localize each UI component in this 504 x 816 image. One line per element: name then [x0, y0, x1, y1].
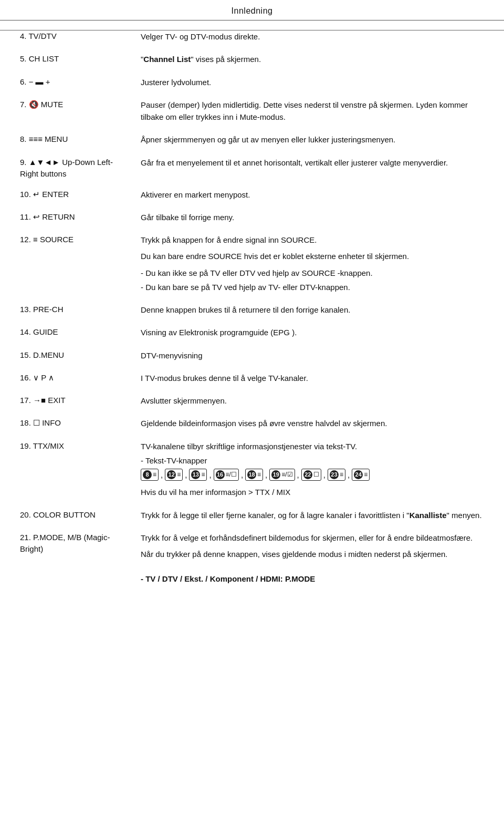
item-right-7: Pauser (demper) lyden midlertidig. Dette…	[141, 99, 484, 126]
item-left-21: 21. P.MODE, M/B (Magic-Bright)	[20, 532, 141, 555]
page-header: Innledning	[0, 0, 504, 20]
item-row-20: 20. COLOR BUTTON Trykk for å legge til e…	[20, 509, 484, 523]
item-right-5: "Channel List" vises på skjermen.	[141, 53, 484, 67]
item-row-17: 17. →■ EXIT Avslutter skjermmenyen.	[20, 395, 484, 409]
item-row-16: 16. ∨ P ∧ I TV-modus brukes denne til å …	[20, 372, 484, 386]
item-right-11: Går tilbake til forrige meny.	[141, 211, 484, 225]
item-row-13: 13. PRE-CH Denne knappen brukes til å re…	[20, 304, 484, 318]
tekst-badge-19: 19 ≡/☑	[269, 469, 295, 481]
final-text: - TV / DTV / Ekst. / Komponent / HDMI: P…	[141, 573, 484, 585]
item-left-4: 4. TV/DTV	[20, 30, 141, 43]
tekst-badge-18: 18 ≡	[245, 469, 263, 481]
item-left-14: 14. GUIDE	[20, 326, 141, 338]
item-right-16: I TV-modus brukes denne til å velge TV-k…	[141, 372, 484, 386]
item-row-12: 12. ≡ SOURCE Trykk på knappen for å endr…	[20, 234, 484, 295]
item-right-6: Justerer lydvolumet.	[141, 76, 484, 90]
tekst-badge-22: 22 ☐	[301, 469, 321, 481]
item-row-7: 7. 🔇 MUTE Pauser (demper) lyden midlerti…	[20, 99, 484, 126]
item-left-11: 11. ↩ RETURN	[20, 211, 141, 223]
item-row-9: 9. ▲▼◄► Up-Down Left-Right buttons Går f…	[20, 157, 484, 180]
tekst-badge-24: 24 ≡	[352, 469, 370, 481]
tekst-badge-12: 12 ≡	[165, 469, 183, 481]
item-row-11: 11. ↩ RETURN Går tilbake til forrige men…	[20, 211, 484, 225]
item-left-18: 18. ☐ INFO	[20, 417, 141, 429]
item-right-19: TV-kanalene tilbyr skriftlige informasjo…	[141, 440, 484, 501]
item-left-15: 15. D.MENU	[20, 349, 141, 361]
item-row-4: 4. TV/DTV Velger TV- og DTV-modus direkt…	[20, 30, 484, 45]
item-row-19: 19. TTX/MIX TV-kanalene tilbyr skriftlig…	[20, 440, 484, 501]
item-right-12: Trykk på knappen for å endre signal inn …	[141, 234, 484, 295]
content-area: 4. TV/DTV Velger TV- og DTV-modus direkt…	[0, 30, 504, 612]
tekst-badge-8: 8 ≡	[141, 469, 159, 481]
item-right-4: Velger TV- og DTV-modus direkte.	[141, 30, 484, 45]
item-row-6: 6. − ▬ + Justerer lydvolumet.	[20, 76, 484, 90]
tekst-badge-23: 23 ≡	[328, 469, 345, 481]
item-right-21: Trykk for å velge et forhåndsdefinert bi…	[141, 532, 484, 563]
item-left-8: 8. ≡≡≡ MENU	[20, 133, 141, 146]
item-right-15: DTV-menyvisning	[141, 349, 484, 364]
item-right-18: Gjeldende bildeinformasjon vises på øvre…	[141, 417, 484, 431]
tekst-badge-16: 16 ≡/☐	[214, 469, 239, 481]
item-row-8: 8. ≡≡≡ MENU Åpner skjermmenyen og går ut…	[20, 133, 484, 148]
item-left-6: 6. − ▬ +	[20, 76, 141, 88]
item-right-14: Visning av Elektronisk programguide (EPG…	[141, 326, 484, 340]
item-right-9: Går fra et menyelement til et annet hori…	[141, 157, 484, 171]
item-row-10: 10. ↵ ENTER Aktiverer en markert menypos…	[20, 189, 484, 203]
item-left-9: 9. ▲▼◄► Up-Down Left-Right buttons	[20, 157, 141, 180]
final-line-row: - TV / DTV / Ekst. / Komponent / HDMI: P…	[20, 571, 484, 587]
item-row-5: 5. CH LIST "Channel List" vises på skjer…	[20, 53, 484, 67]
item-left-13: 13. PRE-CH	[20, 304, 141, 316]
item-right-10: Aktiverer en markert menypost.	[141, 189, 484, 203]
item-left-5: 5. CH LIST	[20, 53, 141, 65]
item-left-10: 10. ↵ ENTER	[20, 189, 141, 201]
header-title: Innledning	[232, 6, 273, 15]
item-right-8: Åpner skjermmenyen og går ut av menyen e…	[141, 133, 484, 148]
item-right-13: Denne knappen brukes til å returnere til…	[141, 304, 484, 318]
item-left-12: 12. ≡ SOURCE	[20, 234, 141, 246]
item-row-21: 21. P.MODE, M/B (Magic-Bright) Trykk for…	[20, 532, 484, 563]
item-row-18: 18. ☐ INFO Gjeldende bildeinformasjon vi…	[20, 417, 484, 431]
item-row-15: 15. D.MENU DTV-menyvisning	[20, 349, 484, 364]
tekst-badge-13: 13 ≡	[189, 469, 207, 481]
item-right-17: Avslutter skjermmenyen.	[141, 395, 484, 409]
item-left-19: 19. TTX/MIX	[20, 440, 141, 452]
tekst-icons: 8 ≡ , 12 ≡ , 13 ≡ , 16 ≡/☐ ,	[141, 469, 484, 481]
item-left-16: 16. ∨ P ∧	[20, 372, 141, 384]
item-left-7: 7. 🔇 MUTE	[20, 99, 141, 111]
item-left-20: 20. COLOR BUTTON	[20, 509, 141, 521]
item-left-17: 17. →■ EXIT	[20, 395, 141, 407]
item-row-14: 14. GUIDE Visning av Elektronisk program…	[20, 326, 484, 340]
item-right-20: Trykk for å legge til eller fjerne kanal…	[141, 509, 484, 523]
final-right: - TV / DTV / Ekst. / Komponent / HDMI: P…	[141, 571, 484, 587]
